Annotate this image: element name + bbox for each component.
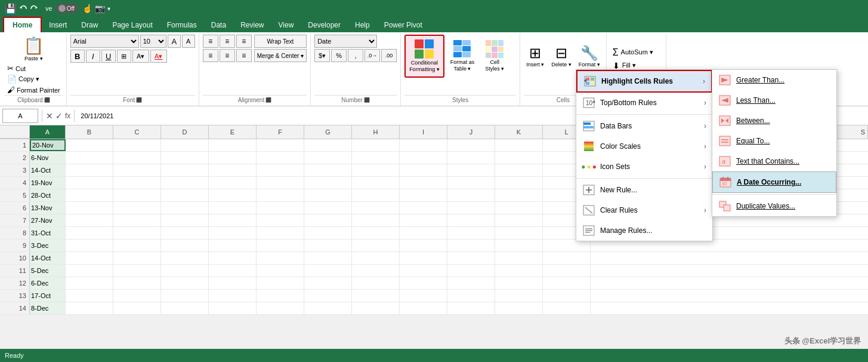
cell-c[interactable]: [113, 277, 161, 289]
cell-f[interactable]: [257, 139, 304, 151]
cell-h[interactable]: [352, 277, 400, 289]
underline-btn[interactable]: U: [101, 50, 116, 63]
cell-i[interactable]: [400, 189, 447, 201]
cell-a[interactable]: 20-Nov: [30, 139, 66, 151]
cell-f[interactable]: [257, 227, 304, 239]
cell-i[interactable]: [400, 277, 447, 289]
cell-b[interactable]: [66, 139, 113, 151]
cell-e[interactable]: [209, 189, 257, 201]
insert-btn[interactable]: ⊞ Insert ▾: [524, 35, 546, 78]
cell-d[interactable]: [161, 227, 209, 239]
cell-k[interactable]: [495, 202, 543, 214]
cell-a[interactable]: 6-Nov: [30, 152, 66, 164]
cell-l[interactable]: [543, 252, 591, 264]
cell-f[interactable]: [257, 164, 304, 176]
cell-k[interactable]: [495, 302, 543, 314]
cell-j[interactable]: [447, 202, 495, 214]
cell-j[interactable]: [447, 302, 495, 314]
cell-d[interactable]: [161, 277, 209, 289]
cell-a[interactable]: 19-Nov: [30, 177, 66, 189]
cell-b[interactable]: [66, 265, 113, 277]
cf-menu-item-newrule[interactable]: New Rule...: [576, 180, 712, 200]
cell-j[interactable]: [447, 214, 495, 226]
qat-dropdown-btn[interactable]: ▾: [107, 5, 110, 12]
cell-k[interactable]: [495, 152, 543, 164]
comma-btn[interactable]: ,: [348, 49, 363, 62]
font-shrink-btn[interactable]: A: [182, 35, 195, 48]
cell-a[interactable]: 6-Dec: [30, 277, 66, 289]
delete-btn[interactable]: ⊟ Delete ▾: [549, 35, 574, 78]
cell-g[interactable]: [304, 240, 352, 251]
cell-l[interactable]: [543, 302, 591, 314]
align-top-right-btn[interactable]: ≡: [236, 35, 252, 48]
cell-f[interactable]: [257, 277, 304, 289]
cell-c[interactable]: [113, 177, 161, 189]
cell-h[interactable]: [352, 214, 400, 226]
decrease-decimal-btn[interactable]: .00: [381, 49, 397, 62]
tab-insert[interactable]: Insert: [42, 18, 74, 32]
cell-k[interactable]: [495, 189, 543, 201]
tab-draw[interactable]: Draw: [74, 18, 105, 32]
cell-k[interactable]: [495, 252, 543, 264]
align-bottom-left-btn[interactable]: ≡: [203, 49, 218, 62]
tab-review[interactable]: Review: [233, 18, 271, 32]
cell-e[interactable]: [209, 240, 257, 251]
cell-i[interactable]: [400, 164, 447, 176]
cell-l[interactable]: [543, 265, 591, 277]
tab-power-pivot[interactable]: Power Pivot: [377, 18, 430, 32]
cell-c[interactable]: [113, 139, 161, 151]
cell-b[interactable]: [66, 277, 113, 289]
tab-formulas[interactable]: Formulas: [160, 18, 204, 32]
cf-menu-item-topbottom[interactable]: 10 Top/Bottom Rules ›: [576, 93, 712, 113]
cell-j[interactable]: [447, 227, 495, 239]
cell-a[interactable]: 17-Oct: [30, 290, 66, 302]
cell-a[interactable]: 5-Dec: [30, 265, 66, 277]
cell-h[interactable]: [352, 177, 400, 189]
cell-h[interactable]: [352, 227, 400, 239]
cell-e[interactable]: [209, 227, 257, 239]
cell-b[interactable]: [66, 152, 113, 164]
cell-g[interactable]: [304, 290, 352, 302]
cell-i[interactable]: [400, 252, 447, 264]
cell-l[interactable]: [543, 240, 591, 251]
cell-c[interactable]: [113, 302, 161, 314]
cell-e[interactable]: [209, 265, 257, 277]
paste-btn[interactable]: 📋 Paste ▾: [5, 35, 63, 63]
fill-color-btn[interactable]: A▾: [132, 50, 149, 63]
cell-c[interactable]: [113, 240, 161, 251]
row-header[interactable]: 7: [0, 214, 30, 226]
row-header[interactable]: 11: [0, 265, 30, 277]
cancel-formula-btn[interactable]: ✕: [46, 111, 53, 121]
cell-c[interactable]: [113, 152, 161, 164]
increase-decimal-btn[interactable]: .0→: [365, 49, 380, 62]
cell-d[interactable]: [161, 290, 209, 302]
col-header-g[interactable]: G: [304, 125, 352, 139]
cell-h[interactable]: [352, 302, 400, 314]
cell-d[interactable]: [161, 189, 209, 201]
cell-d[interactable]: [161, 177, 209, 189]
cf-menu-item-colorscales[interactable]: Color Scales ›: [576, 136, 712, 157]
cell-a[interactable]: 27-Nov: [30, 214, 66, 226]
cell-styles-btn[interactable]: CellStyles ▾: [480, 35, 509, 78]
currency-btn[interactable]: $▾: [314, 49, 330, 62]
cut-btn[interactable]: ✂Cut: [5, 63, 63, 73]
row-header[interactable]: 5: [0, 189, 30, 201]
italic-btn[interactable]: I: [86, 50, 100, 63]
row-header[interactable]: 10: [0, 252, 30, 264]
cell-h[interactable]: [352, 240, 400, 251]
cell-d[interactable]: [161, 252, 209, 264]
col-header-k[interactable]: K: [495, 125, 543, 139]
cell-i[interactable]: [400, 139, 447, 151]
submenu-duplicate-values[interactable]: Duplicate Values...: [712, 196, 836, 216]
merge-center-btn[interactable]: Merge & Center ▾: [254, 49, 307, 62]
highlight-submenu[interactable]: Greater Than... Less Than... Between... …: [712, 69, 837, 217]
cell-i[interactable]: [400, 265, 447, 277]
cell-d[interactable]: [161, 164, 209, 176]
cf-menu-item-highlight[interactable]: Highlight Cells Rules ›: [576, 70, 712, 93]
cell-f[interactable]: [257, 290, 304, 302]
format-as-table-btn[interactable]: Format asTable ▾: [447, 35, 478, 78]
cell-i[interactable]: [400, 302, 447, 314]
cell-e[interactable]: [209, 290, 257, 302]
cell-h[interactable]: [352, 164, 400, 176]
cell-g[interactable]: [304, 265, 352, 277]
